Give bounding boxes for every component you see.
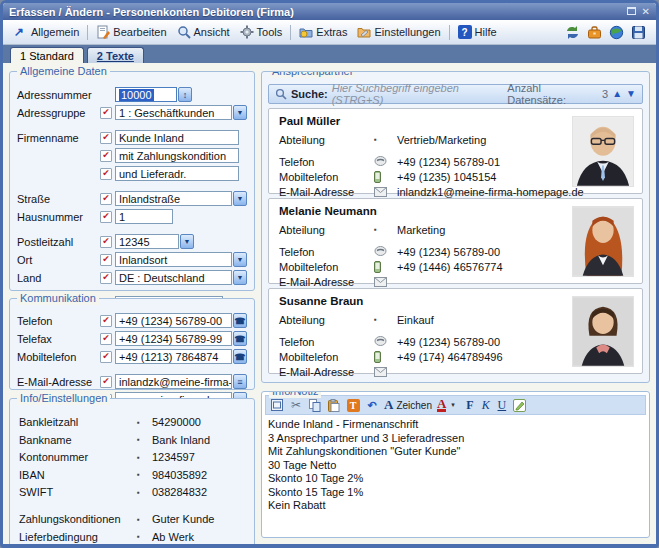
strasse-combobox[interactable]: Inlandstraße bbox=[115, 191, 232, 206]
close-button[interactable]: ✕ bbox=[642, 7, 650, 17]
note-textarea[interactable]: Kunde Inland - Firmenanschrift 3 Ansprec… bbox=[265, 415, 646, 516]
menu-ansicht[interactable]: Ansicht bbox=[172, 23, 235, 41]
dropdown-button[interactable]: ▼ bbox=[233, 270, 247, 285]
land-combobox[interactable]: DE : Deutschland bbox=[115, 270, 232, 285]
firmenname-input-1[interactable]: Kunde Inland bbox=[115, 130, 239, 145]
email-input[interactable]: inlandzk@meine-firma-homepage.de bbox=[115, 374, 232, 389]
field-label: Hausnummer bbox=[17, 211, 100, 223]
font-color-icon[interactable]: A bbox=[437, 398, 446, 412]
spinner-button[interactable]: ↕ bbox=[178, 87, 192, 102]
field-row-strasse: Straße ✔ Inlandstraße ▼ bbox=[17, 190, 247, 207]
field-checkbox[interactable]: ✔ bbox=[100, 351, 112, 363]
contact-card[interactable]: Susanne Braun Abteilung▪Einkauf Telefon+… bbox=[268, 288, 643, 374]
field-checkbox[interactable]: ✔ bbox=[100, 193, 112, 205]
save-icon[interactable] bbox=[631, 25, 646, 40]
next-record-button[interactable]: ▼ bbox=[626, 89, 636, 99]
paste-icon[interactable] bbox=[327, 398, 341, 412]
contact-card[interactable]: Paul Müller Abteilung▪Vertrieb/Marketing… bbox=[268, 108, 643, 194]
italic-icon[interactable]: K bbox=[480, 398, 491, 412]
field-checkbox[interactable]: ✔ bbox=[100, 107, 112, 119]
font-color-dropdown-icon[interactable]: ▾ bbox=[451, 401, 459, 409]
font-icon[interactable]: A bbox=[384, 398, 393, 412]
info-row: Lieferbedingung▪Ab Werk bbox=[19, 529, 245, 544]
globe-icon[interactable] bbox=[609, 25, 624, 40]
dial-button[interactable]: ☎ bbox=[233, 313, 247, 328]
maximize-editor-icon[interactable] bbox=[270, 398, 284, 412]
field-checkbox[interactable]: ✔ bbox=[100, 254, 112, 266]
menu-separator bbox=[87, 25, 88, 40]
field-checkbox[interactable]: ✔ bbox=[100, 272, 112, 284]
dropdown-button[interactable]: ▼ bbox=[233, 191, 247, 206]
menu-bearbeiten[interactable]: Bearbeiten bbox=[91, 23, 171, 41]
menu-einstellungen[interactable]: Einstellungen bbox=[352, 23, 445, 41]
contact-photo bbox=[572, 116, 634, 187]
info-row: SWIFT▪038284832 bbox=[19, 485, 245, 500]
field-row-firmenname-2: ✔ mit Zahlungskondition bbox=[17, 147, 247, 164]
info-row: Bankleitzahl▪54290000 bbox=[19, 415, 245, 430]
firmenname-input-2[interactable]: mit Zahlungskondition bbox=[115, 148, 239, 163]
edit-note-icon[interactable] bbox=[512, 398, 526, 412]
dial-button[interactable]: ☎ bbox=[233, 349, 247, 364]
copy-icon[interactable] bbox=[308, 398, 322, 412]
menu-separator bbox=[290, 25, 291, 40]
field-checkbox[interactable]: ✔ bbox=[100, 376, 112, 388]
menu-extras[interactable]: Extras bbox=[294, 23, 352, 41]
postleitzahl-combobox[interactable]: 12345 bbox=[115, 234, 179, 249]
bold-icon[interactable]: F bbox=[464, 398, 475, 412]
previous-record-button[interactable]: ▲ bbox=[612, 89, 622, 99]
zeichen-label: Zeichen bbox=[396, 400, 432, 411]
field-row-adressgruppe: Adressgruppe ✔ 1 : Geschäftkunden ▼ bbox=[17, 104, 247, 121]
menu-tools[interactable]: Tools bbox=[235, 23, 288, 41]
field-checkbox[interactable]: ✔ bbox=[100, 211, 112, 223]
dropdown-button[interactable]: ▼ bbox=[233, 105, 247, 120]
field-checkbox[interactable]: ✔ bbox=[100, 132, 112, 144]
restore-icon bbox=[627, 7, 636, 15]
field-checkbox[interactable]: ✔ bbox=[100, 333, 112, 345]
email-icon bbox=[374, 187, 397, 197]
mobiltelefon-input[interactable]: +49 (1213) 7864874 bbox=[115, 349, 232, 364]
menu-allgemein[interactable]: ↗ Allgemein bbox=[9, 23, 84, 41]
compose-email-button[interactable]: ≡ bbox=[233, 374, 247, 389]
bullet-icon: ▪ bbox=[137, 418, 152, 427]
underline-icon[interactable]: U bbox=[496, 398, 507, 412]
briefcase-icon[interactable] bbox=[587, 25, 602, 40]
contact-search-bar[interactable]: Suche: Hier Suchbegriff eingeben (STRG+S… bbox=[268, 84, 643, 104]
menu-bar: ↗ Allgemein Bearbeiten Ansicht Tools Ext… bbox=[3, 20, 656, 45]
menu-hilfe[interactable]: ? Hilfe bbox=[453, 23, 502, 41]
dropdown-button[interactable]: ▼ bbox=[233, 252, 247, 267]
groupbox-legend: Info/Notiz bbox=[269, 391, 321, 398]
bullet-icon: ▪ bbox=[374, 135, 397, 144]
field-checkbox[interactable]: ✔ bbox=[100, 150, 112, 162]
groupbox-info-notiz: Info/Notiz ✂ T ↶ A Zeichen A ▾ F K U bbox=[261, 391, 650, 538]
tab-texte[interactable]: 2 Texte bbox=[87, 47, 144, 63]
field-row-telefax: Telefax ✔ +49 (1234) 56789-99 ☎ bbox=[17, 330, 247, 347]
info-row: Bankname▪Bank Inland bbox=[19, 432, 245, 447]
tab-standard[interactable]: 1 Standard bbox=[10, 47, 84, 63]
info-row: IBAN▪984035892 bbox=[19, 467, 245, 482]
dial-button[interactable]: ☎ bbox=[233, 331, 247, 346]
ort-combobox[interactable]: Inlandsort bbox=[115, 252, 232, 267]
contact-card[interactable]: Melanie Neumann Abteilung▪Marketing Tele… bbox=[268, 198, 643, 284]
hausnummer-input[interactable]: 1 bbox=[115, 209, 173, 224]
field-checkbox[interactable]: ✔ bbox=[100, 315, 112, 327]
firmenname-input-3[interactable]: und Lieferadr. bbox=[115, 166, 239, 181]
field-checkbox[interactable]: ✔ bbox=[100, 168, 112, 180]
field-row-telefon: Telefon ✔ +49 (1234) 56789-00 ☎ bbox=[17, 312, 247, 329]
telefax-input[interactable]: +49 (1234) 56789-99 bbox=[115, 331, 232, 346]
phone-icon bbox=[374, 336, 397, 347]
cut-icon[interactable]: ✂ bbox=[289, 398, 303, 412]
field-label: Straße bbox=[17, 193, 100, 205]
field-row-land: Land ✔ DE : Deutschland ▼ bbox=[17, 269, 247, 286]
insert-text-icon[interactable]: T bbox=[347, 399, 360, 412]
info-row: Zahlungskonditionen▪Guter Kunde bbox=[19, 512, 245, 527]
extras-folder-icon bbox=[299, 25, 313, 39]
restore-button[interactable] bbox=[627, 7, 636, 17]
telefon-input[interactable]: +49 (1234) 56789-00 bbox=[115, 313, 232, 328]
adressgruppe-combobox[interactable]: 1 : Geschäftkunden bbox=[115, 105, 232, 120]
undo-icon[interactable]: ↶ bbox=[365, 398, 379, 412]
title-bar: Erfassen / Ändern - Personenkonten Debit… bbox=[3, 3, 656, 20]
field-checkbox[interactable]: ✔ bbox=[100, 236, 112, 248]
dropdown-button[interactable]: ▼ bbox=[180, 234, 194, 249]
sync-icon[interactable] bbox=[565, 25, 580, 40]
adressnummer-input[interactable]: 10000 bbox=[115, 87, 177, 102]
